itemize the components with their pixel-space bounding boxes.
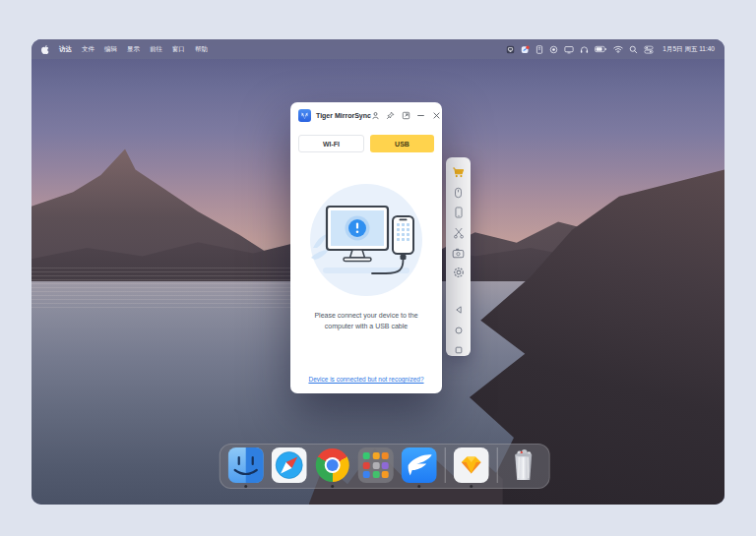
dingtalk-icon — [402, 447, 437, 483]
wifi-icon[interactable] — [613, 45, 623, 53]
dock-safari[interactable] — [272, 447, 307, 483]
help-link-row: Device is connected but not recognized? — [290, 368, 442, 386]
notes-icon[interactable] — [536, 45, 543, 54]
dock-sketch[interactable] — [454, 447, 489, 483]
running-indicator — [331, 485, 334, 488]
menu-item-edit[interactable]: 编辑 — [104, 45, 117, 54]
menu-item-help[interactable]: 帮助 — [195, 45, 208, 54]
display-icon[interactable] — [564, 45, 574, 54]
record-icon[interactable] — [549, 45, 558, 54]
screenshot-frame: 访达 文件 编辑 显示 前往 窗口 帮助 — [0, 0, 756, 536]
minimize-icon[interactable] — [416, 111, 425, 120]
dock-finder[interactable] — [228, 447, 264, 483]
app-logo-icon — [298, 109, 311, 122]
tab-usb[interactable]: USB — [370, 135, 434, 152]
battery-icon[interactable] — [595, 45, 607, 53]
safari-icon — [272, 447, 307, 483]
settings-icon[interactable] — [452, 267, 465, 278]
headphones-icon[interactable] — [580, 45, 589, 54]
tray-app-icon[interactable] — [506, 45, 515, 54]
mirrorsync-window: Tiger MirrorSync — [290, 102, 442, 393]
finder-icon — [228, 447, 264, 483]
menubar-datetime[interactable]: 1月5日 周五 11:40 — [662, 45, 715, 54]
connect-message-line1: Please connect your device to the — [290, 311, 442, 322]
pin-icon[interactable] — [386, 111, 395, 120]
notification-app-icon[interactable] — [521, 45, 530, 54]
apple-icon[interactable] — [41, 45, 49, 54]
nav-recents-icon[interactable] — [452, 344, 465, 356]
window-titlebar: Tiger MirrorSync — [290, 102, 442, 128]
menu-item-go[interactable]: 前往 — [150, 45, 162, 54]
dock-launchpad[interactable] — [358, 447, 394, 483]
fullscreen-icon[interactable] — [402, 111, 410, 120]
connection-tabs: WI-FI USB — [290, 128, 442, 152]
connect-message: Please connect your device to the comput… — [290, 311, 442, 332]
menu-item-view[interactable]: 显示 — [127, 45, 140, 54]
cart-icon[interactable] — [452, 166, 465, 179]
control-center-icon[interactable] — [644, 45, 654, 54]
mirror-sidebar-toolbar — [446, 157, 471, 356]
dock-chrome[interactable] — [315, 447, 350, 483]
nav-home-icon[interactable] — [452, 324, 465, 335]
dock-separator — [445, 447, 446, 483]
dock — [220, 444, 550, 489]
dock-separator — [497, 447, 498, 483]
nav-back-icon[interactable] — [452, 304, 465, 316]
chrome-icon — [316, 448, 349, 482]
close-icon[interactable] — [432, 111, 441, 120]
window-title: Tiger MirrorSync — [316, 112, 371, 119]
running-indicator — [244, 485, 247, 488]
dock-dingtalk[interactable] — [402, 447, 437, 483]
phone-icon[interactable] — [452, 207, 465, 218]
desktop: 访达 文件 编辑 显示 前往 窗口 帮助 — [32, 39, 724, 505]
connect-message-line2: computer with a USB cable — [290, 322, 442, 332]
sketch-icon — [454, 447, 489, 483]
menu-item-finder[interactable]: 访达 — [59, 45, 72, 54]
usb-connect-illustration — [297, 179, 435, 307]
tab-wifi[interactable]: WI-FI — [298, 135, 364, 152]
menu-item-file[interactable]: 文件 — [82, 45, 94, 54]
dock-trash[interactable] — [506, 447, 541, 483]
search-icon[interactable] — [629, 45, 638, 54]
menu-bar: 访达 文件 编辑 显示 前往 窗口 帮助 — [32, 39, 724, 59]
not-recognized-link[interactable]: Device is connected but not recognized? — [308, 376, 423, 383]
scissors-icon[interactable] — [452, 227, 465, 239]
screen-record-icon[interactable] — [452, 247, 465, 259]
menu-item-window[interactable]: 窗口 — [172, 45, 185, 54]
running-indicator — [470, 485, 472, 488]
launchpad-icon — [358, 447, 394, 483]
mouse-icon[interactable] — [452, 187, 465, 199]
account-icon[interactable] — [371, 111, 380, 120]
trash-icon — [506, 447, 541, 483]
running-indicator — [417, 485, 420, 488]
